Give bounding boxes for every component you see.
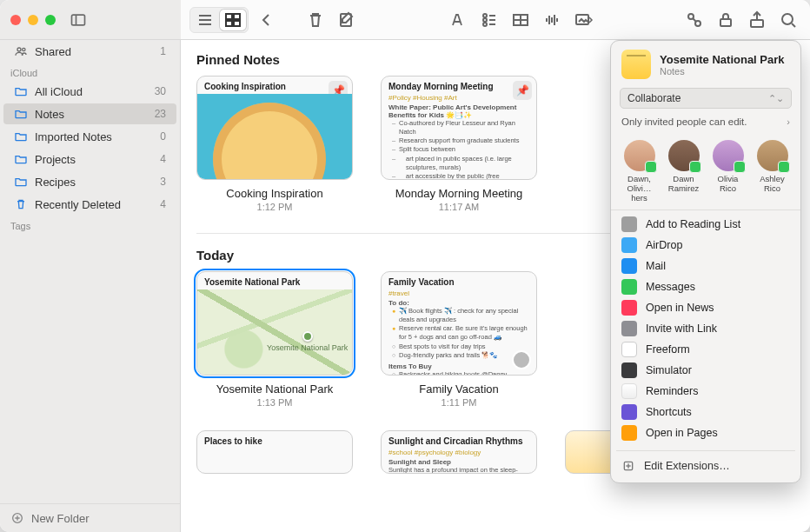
share-permissions-row[interactable]: Only invited people can edit. ›: [620, 112, 792, 131]
note-tile: Places to hike: [196, 430, 353, 474]
sidebar: Shared 1 iCloud All iCloud 30 Notes 23 I…: [0, 40, 181, 532]
note-tile: Sunlight and Circadian Rhythms #school #…: [381, 430, 537, 474]
lock-button[interactable]: [713, 10, 739, 30]
note-card-cooking[interactable]: Cooking Inspiration 📌 Cooking Inspiratio…: [196, 76, 353, 212]
svg-point-32: [17, 48, 21, 51]
new-note-button[interactable]: [334, 10, 360, 30]
svg-rect-6: [234, 14, 240, 19]
sidebar-item-recently-deleted[interactable]: Recently Deleted 4: [3, 194, 176, 215]
new-folder-button[interactable]: New Folder: [0, 503, 180, 532]
messages-badge-icon: [778, 161, 790, 173]
share-person[interactable]: Dawn Ramirez: [664, 140, 703, 203]
sidebar-item-imported[interactable]: Imported Notes 0: [3, 126, 176, 147]
pin-icon[interactable]: 📌: [513, 81, 532, 100]
airdrop-icon: [621, 237, 637, 253]
audio-button[interactable]: [539, 10, 565, 30]
window-controls: [10, 15, 56, 25]
note-card-family-vacation[interactable]: Family Vacation #travel To do: ✈️ Book f…: [381, 271, 537, 408]
minimize-window[interactable]: [28, 15, 38, 25]
share-app-pages[interactable]: Open in Pages: [616, 422, 795, 443]
sidebar-item-notes[interactable]: Notes 23: [3, 103, 176, 124]
note-tile: Cooking Inspiration 📌: [196, 76, 353, 180]
gallery-view-button[interactable]: [220, 10, 246, 30]
list-view-button[interactable]: [192, 10, 218, 30]
share-mode-select[interactable]: Collaborate ⌃⌄: [620, 88, 792, 109]
titlebar: [0, 0, 810, 40]
extensions-icon: [621, 459, 635, 473]
link-icon: [621, 321, 637, 336]
sidebar-item-projects[interactable]: Projects 4: [3, 149, 176, 170]
share-app-news[interactable]: Open in News: [616, 297, 795, 318]
note-tile: Family Vacation #travel To do: ✈️ Book f…: [381, 271, 537, 376]
share-people: Dawn, Olivi…hers Dawn Ramirez Olivia Ric…: [611, 135, 800, 210]
share-person[interactable]: Dawn, Olivi…hers: [620, 140, 659, 203]
chevron-right-icon: ›: [787, 116, 790, 127]
sidebar-shared-label: Shared: [35, 45, 153, 58]
share-app-freeform[interactable]: Freeform: [616, 339, 795, 360]
table-button[interactable]: [508, 10, 534, 30]
share-app-mail[interactable]: Mail: [616, 256, 795, 276]
format-button[interactable]: [445, 10, 471, 30]
toolbar: [181, 0, 810, 39]
toggle-sidebar-icon[interactable]: [70, 11, 87, 29]
sidebar-section-icloud[interactable]: iCloud: [0, 63, 180, 80]
note-card-meeting[interactable]: Monday Morning Meeting 📌 #Policy #Housin…: [381, 76, 537, 212]
people-icon: [14, 44, 28, 58]
avatar: [713, 140, 744, 171]
messages-badge-icon: [734, 161, 746, 173]
news-icon: [621, 300, 637, 316]
sidebar-item-recipes[interactable]: Recipes 3: [3, 171, 176, 192]
close-window[interactable]: [10, 15, 21, 25]
note-preview-lines: Co-authored by Fleur Lesseur and Ryan Na…: [388, 119, 529, 180]
link-button[interactable]: [681, 10, 707, 30]
zoom-window[interactable]: [45, 15, 56, 25]
trash-icon: [14, 197, 28, 211]
messages-badge-icon: [689, 161, 701, 173]
folder-icon: [14, 107, 28, 121]
notes-app-icon: [621, 50, 651, 79]
chevron-updown-icon: ⌃⌄: [768, 93, 784, 104]
edit-extensions[interactable]: Edit Extensions…: [611, 455, 800, 477]
search-button[interactable]: [775, 10, 801, 30]
checklist-button[interactable]: [476, 10, 502, 30]
note-card-yosemite[interactable]: Yosemite National Park Yosemite National…: [196, 271, 353, 408]
note-thumbnail-image: [197, 94, 352, 179]
share-popover: Yosemite National Park Notes Collaborate…: [610, 40, 801, 483]
svg-point-10: [483, 14, 487, 17]
reminders-icon: [621, 383, 637, 399]
note-tile: Yosemite National Park Yosemite National…: [196, 271, 353, 376]
share-button[interactable]: [744, 10, 770, 30]
folder-icon: [14, 84, 28, 98]
svg-point-12: [483, 18, 487, 22]
freeform-icon: [621, 342, 637, 357]
sidebar-item-all-icloud[interactable]: All iCloud 30: [3, 81, 176, 102]
svg-rect-29: [751, 20, 763, 27]
avatar: [668, 140, 700, 171]
folder-icon: [14, 175, 28, 189]
share-app-simulator[interactable]: Simulator: [616, 360, 795, 381]
avatar: [757, 140, 788, 171]
share-app-shortcuts[interactable]: Shortcuts: [616, 402, 795, 422]
svg-point-14: [483, 23, 487, 26]
media-button[interactable]: [570, 10, 596, 30]
pages-icon: [621, 425, 637, 441]
messages-icon: [621, 279, 637, 295]
shortcuts-icon: [621, 404, 637, 420]
note-card-places-to-hike[interactable]: Places to hike: [196, 430, 353, 474]
note-card-sunlight[interactable]: Sunlight and Circadian Rhythms #school #…: [381, 430, 537, 474]
share-person[interactable]: Olivia Rico: [708, 140, 747, 203]
share-person[interactable]: Ashley Rico: [753, 140, 792, 203]
sidebar-section-tags[interactable]: Tags: [0, 216, 180, 233]
shared-avatar-icon: [512, 350, 531, 369]
share-app-reminders[interactable]: Reminders: [616, 381, 795, 402]
share-app-reading-list[interactable]: Add to Reading List: [616, 214, 795, 235]
sidebar-shared[interactable]: Shared 1: [3, 41, 176, 62]
plus-circle-icon: [10, 511, 24, 525]
share-app-invite-link[interactable]: Invite with Link: [616, 318, 795, 339]
svg-rect-7: [226, 21, 232, 26]
map-pin: Yosemite National Park: [267, 331, 348, 352]
delete-button[interactable]: [302, 10, 329, 30]
share-app-messages[interactable]: Messages: [616, 276, 795, 297]
share-app-airdrop[interactable]: AirDrop: [616, 235, 795, 256]
back-button[interactable]: [254, 10, 280, 30]
